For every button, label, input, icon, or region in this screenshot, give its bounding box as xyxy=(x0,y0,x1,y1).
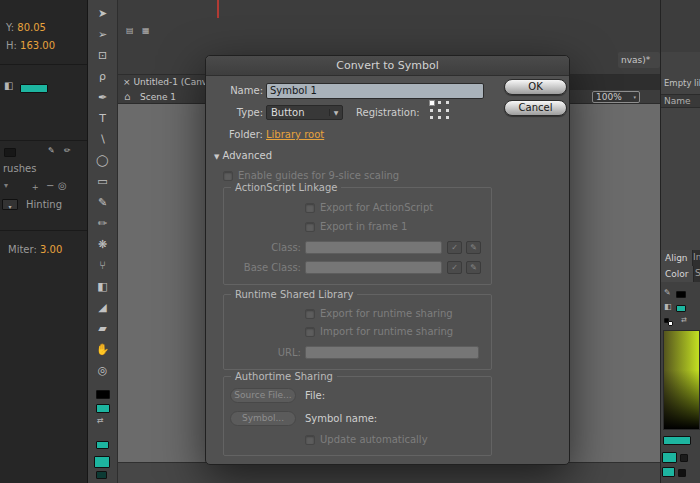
check-icon: ✓ xyxy=(451,263,458,272)
lasso-tool[interactable]: ρ xyxy=(88,66,117,87)
default-colors-icon-2[interactable] xyxy=(668,321,673,326)
fill-color-icon[interactable]: ◧ xyxy=(664,302,672,311)
registration-grid[interactable] xyxy=(430,101,450,119)
eyedropper-tool[interactable]: ◢ xyxy=(88,297,117,318)
playhead[interactable] xyxy=(217,0,219,18)
source-file-button[interactable]: Source File... xyxy=(230,388,296,403)
stroke-style-chip[interactable] xyxy=(4,148,16,157)
dialog-titlebar[interactable]: Convert to Symbol xyxy=(206,56,569,76)
fill-color-swatch-toolbar[interactable] xyxy=(96,404,110,413)
tab-align[interactable]: Align xyxy=(661,250,693,266)
symbol-name-value: Symbol 1 xyxy=(270,85,317,96)
zoom-level-dropdown[interactable]: 100% ▾ xyxy=(592,91,640,103)
class-input[interactable] xyxy=(305,241,442,254)
layer-folder-icon[interactable]: ▦ xyxy=(142,26,150,35)
hand-tool[interactable]: ✋ xyxy=(88,339,117,360)
swap-colors-icon[interactable]: ⇄ xyxy=(681,316,687,324)
free-transform-tool[interactable]: ⊡ xyxy=(88,45,117,66)
fill-bucket-icon: ◧ xyxy=(4,80,13,91)
folder-link[interactable]: Library root xyxy=(266,129,324,140)
export-runtime-sharing-checkbox[interactable] xyxy=(305,309,315,319)
home-icon[interactable]: ⌂ xyxy=(124,91,130,102)
add-icon[interactable]: ＋ xyxy=(30,180,40,194)
paint-bucket-tool[interactable]: ◧ xyxy=(88,276,117,297)
style-dropdown-icon[interactable]: ▾ xyxy=(4,181,8,190)
tab-swatches[interactable]: S xyxy=(695,268,700,278)
swatch-dark-1[interactable] xyxy=(680,454,688,462)
symbol-name-label: Symbol name: xyxy=(305,413,377,424)
document-tab-fragment[interactable]: nvas)* xyxy=(618,52,660,68)
update-automatically-checkbox[interactable] xyxy=(305,435,315,445)
rectangle-tool[interactable]: ▭ xyxy=(88,171,117,192)
brush-tool[interactable]: ✏ xyxy=(88,213,117,234)
color-preview-bar[interactable] xyxy=(663,436,691,445)
symbol-name-input[interactable]: Symbol 1 xyxy=(266,83,484,99)
nine-slice-checkbox[interactable] xyxy=(223,171,233,181)
zoom-tool[interactable]: ◎ xyxy=(88,360,117,381)
stroke-color-chip[interactable] xyxy=(676,291,686,298)
class-edit-button[interactable]: ✎ xyxy=(466,241,481,254)
library-name-column-header[interactable]: Name xyxy=(661,94,700,108)
export-for-actionscript-checkbox[interactable] xyxy=(305,203,315,213)
import-runtime-sharing-label[interactable]: Import for runtime sharing xyxy=(320,326,453,337)
text-tool[interactable]: T xyxy=(88,108,117,129)
export-runtime-sharing-label[interactable]: Export for runtime sharing xyxy=(320,308,453,319)
class-validate-button[interactable]: ✓ xyxy=(447,241,462,254)
cancel-button[interactable]: Cancel xyxy=(504,100,567,116)
symbol-button[interactable]: Symbol... xyxy=(230,411,296,426)
export-in-frame-1-checkbox[interactable] xyxy=(305,222,315,232)
hinting-dropdown[interactable]: ▾ xyxy=(2,199,18,210)
swatch-teal-1[interactable] xyxy=(662,452,677,463)
fill-color-chip[interactable] xyxy=(676,305,686,312)
close-icon[interactable]: × xyxy=(123,77,131,87)
edit-stroke-icon[interactable]: ✎ xyxy=(48,146,55,155)
bone-tool[interactable]: ⑂ xyxy=(88,255,117,276)
height-value[interactable]: 163.00 xyxy=(20,40,55,51)
pencil-tool-icon: ✎ xyxy=(98,196,107,209)
pencil-tool[interactable]: ✎ xyxy=(88,192,117,213)
deco-tool[interactable]: ❋ xyxy=(88,234,117,255)
nine-slice-checkbox-label[interactable]: Enable guides for 9-slice scaling xyxy=(238,170,399,181)
y-position-value[interactable]: 80.05 xyxy=(17,22,46,33)
url-input[interactable] xyxy=(305,346,479,359)
import-runtime-sharing-checkbox[interactable] xyxy=(305,327,315,337)
scene-breadcrumb[interactable]: Scene 1 xyxy=(140,92,176,102)
brush-style-icon[interactable]: ✏ xyxy=(64,146,71,155)
layer-icon[interactable]: ▤ xyxy=(126,26,134,35)
remove-icon[interactable]: − xyxy=(46,180,54,191)
line-tool[interactable]: ∖ xyxy=(88,129,117,150)
tab-color[interactable]: Color xyxy=(661,266,694,282)
swatch-dark[interactable] xyxy=(96,471,107,479)
type-value: Button xyxy=(267,106,329,119)
miter-value[interactable]: 3.00 xyxy=(40,244,62,255)
base-class-input[interactable] xyxy=(305,261,442,274)
base-class-validate-button[interactable]: ✓ xyxy=(447,261,462,274)
stroke-color-icon[interactable]: ✎ xyxy=(664,288,671,297)
export-for-actionscript-label[interactable]: Export for ActionScript xyxy=(320,202,433,213)
swap-colors-icon[interactable]: ⇄ xyxy=(97,416,104,425)
swatch-dark-2[interactable] xyxy=(678,469,686,477)
color-picker-gradient[interactable] xyxy=(663,330,700,430)
stroke-color-swatch[interactable] xyxy=(96,390,110,399)
oval-tool[interactable]: ◯ xyxy=(88,150,117,171)
library-status-text: Empty libra xyxy=(664,78,700,88)
advanced-disclosure[interactable]: ▼ Advanced xyxy=(214,150,272,161)
target-icon[interactable]: ◎ xyxy=(58,180,67,191)
swatch-teal-2[interactable] xyxy=(662,467,675,477)
pen-tool[interactable]: ✒ xyxy=(88,87,117,108)
update-automatically-label[interactable]: Update automatically xyxy=(320,434,428,445)
export-in-frame-1-label[interactable]: Export in frame 1 xyxy=(320,221,407,232)
subselection-tool[interactable]: ➢ xyxy=(88,24,117,45)
fill-color-swatch[interactable] xyxy=(20,84,48,93)
brush-tool-icon: ✏ xyxy=(98,217,107,230)
swatch-small-teal[interactable] xyxy=(96,441,109,449)
type-dropdown[interactable]: Button ▼ xyxy=(266,105,343,120)
ok-button[interactable]: OK xyxy=(504,79,567,95)
selection-tool[interactable]: ➤ xyxy=(88,3,117,24)
tab-info[interactable]: In xyxy=(693,252,700,262)
zoom-level-value: 100% xyxy=(596,92,622,102)
base-class-edit-button[interactable]: ✎ xyxy=(466,261,481,274)
document-tab-label: Untitled-1 (Canva xyxy=(133,77,212,87)
swatch-large-teal[interactable] xyxy=(94,456,110,468)
eraser-tool[interactable]: ▰ xyxy=(88,318,117,339)
